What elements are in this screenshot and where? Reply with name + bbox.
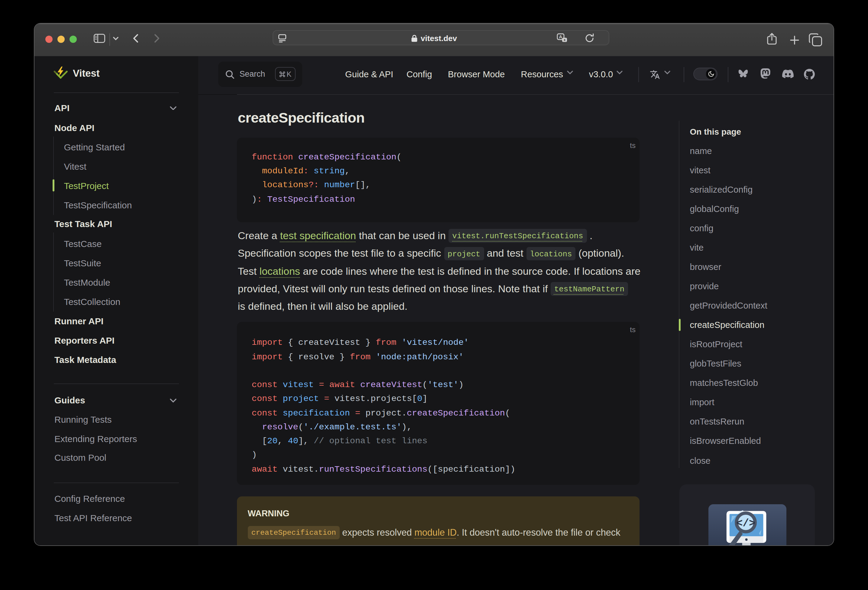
svg-text:A: A	[559, 34, 562, 39]
svg-text:x: x	[563, 37, 565, 42]
svg-text:</>: </>	[736, 517, 755, 529]
